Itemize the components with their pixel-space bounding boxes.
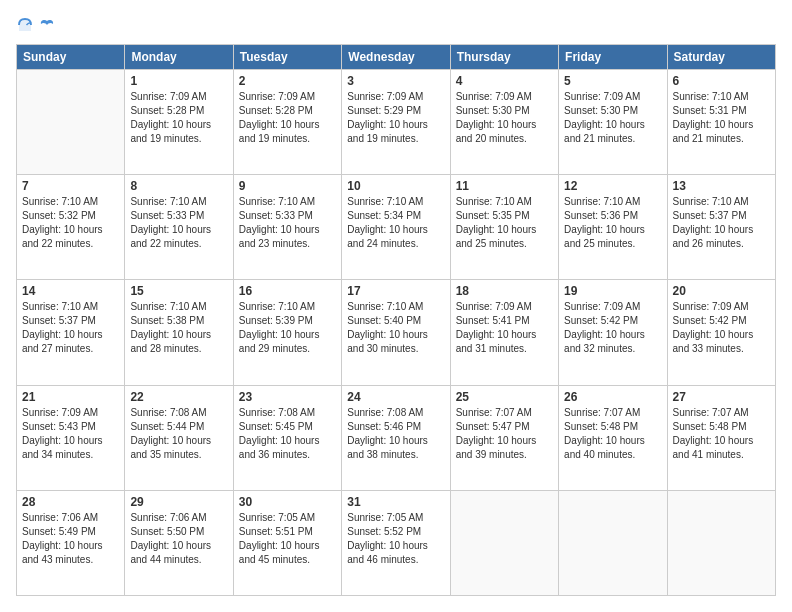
weekday-thursday: Thursday bbox=[450, 45, 558, 70]
day-info: Sunrise: 7:09 AM Sunset: 5:30 PM Dayligh… bbox=[564, 90, 661, 146]
sunset-label: Sunset: 5:28 PM bbox=[239, 105, 313, 116]
daylight-label: Daylight: 10 hours and 43 minutes. bbox=[22, 540, 103, 565]
day-number: 5 bbox=[564, 74, 661, 88]
sunrise-label: Sunrise: 7:06 AM bbox=[130, 512, 206, 523]
day-number: 13 bbox=[673, 179, 770, 193]
daylight-label: Daylight: 10 hours and 21 minutes. bbox=[673, 119, 754, 144]
sunrise-label: Sunrise: 7:08 AM bbox=[130, 407, 206, 418]
sunrise-label: Sunrise: 7:05 AM bbox=[239, 512, 315, 523]
day-number: 25 bbox=[456, 390, 553, 404]
weekday-friday: Friday bbox=[559, 45, 667, 70]
sunrise-label: Sunrise: 7:09 AM bbox=[564, 91, 640, 102]
sunset-label: Sunset: 5:43 PM bbox=[22, 421, 96, 432]
sunrise-label: Sunrise: 7:07 AM bbox=[673, 407, 749, 418]
sunset-label: Sunset: 5:30 PM bbox=[564, 105, 638, 116]
sunset-label: Sunset: 5:37 PM bbox=[22, 315, 96, 326]
daylight-label: Daylight: 10 hours and 38 minutes. bbox=[347, 435, 428, 460]
day-info: Sunrise: 7:09 AM Sunset: 5:30 PM Dayligh… bbox=[456, 90, 553, 146]
day-number: 9 bbox=[239, 179, 336, 193]
day-info: Sunrise: 7:10 AM Sunset: 5:31 PM Dayligh… bbox=[673, 90, 770, 146]
sunrise-label: Sunrise: 7:10 AM bbox=[22, 196, 98, 207]
day-number: 20 bbox=[673, 284, 770, 298]
day-info: Sunrise: 7:09 AM Sunset: 5:41 PM Dayligh… bbox=[456, 300, 553, 356]
day-cell: 4 Sunrise: 7:09 AM Sunset: 5:30 PM Dayli… bbox=[450, 70, 558, 175]
sunrise-label: Sunrise: 7:09 AM bbox=[130, 91, 206, 102]
weekday-saturday: Saturday bbox=[667, 45, 775, 70]
day-number: 4 bbox=[456, 74, 553, 88]
sunset-label: Sunset: 5:52 PM bbox=[347, 526, 421, 537]
sunrise-label: Sunrise: 7:06 AM bbox=[22, 512, 98, 523]
sunrise-label: Sunrise: 7:09 AM bbox=[564, 301, 640, 312]
day-cell: 2 Sunrise: 7:09 AM Sunset: 5:28 PM Dayli… bbox=[233, 70, 341, 175]
daylight-label: Daylight: 10 hours and 25 minutes. bbox=[564, 224, 645, 249]
day-info: Sunrise: 7:10 AM Sunset: 5:33 PM Dayligh… bbox=[130, 195, 227, 251]
sunrise-label: Sunrise: 7:07 AM bbox=[564, 407, 640, 418]
day-info: Sunrise: 7:08 AM Sunset: 5:45 PM Dayligh… bbox=[239, 406, 336, 462]
daylight-label: Daylight: 10 hours and 32 minutes. bbox=[564, 329, 645, 354]
sunrise-label: Sunrise: 7:10 AM bbox=[239, 301, 315, 312]
day-cell: 20 Sunrise: 7:09 AM Sunset: 5:42 PM Dayl… bbox=[667, 280, 775, 385]
daylight-label: Daylight: 10 hours and 46 minutes. bbox=[347, 540, 428, 565]
daylight-label: Daylight: 10 hours and 40 minutes. bbox=[564, 435, 645, 460]
day-info: Sunrise: 7:07 AM Sunset: 5:48 PM Dayligh… bbox=[673, 406, 770, 462]
day-cell: 28 Sunrise: 7:06 AM Sunset: 5:49 PM Dayl… bbox=[17, 490, 125, 595]
sunrise-label: Sunrise: 7:10 AM bbox=[239, 196, 315, 207]
day-info: Sunrise: 7:06 AM Sunset: 5:50 PM Dayligh… bbox=[130, 511, 227, 567]
day-info: Sunrise: 7:10 AM Sunset: 5:39 PM Dayligh… bbox=[239, 300, 336, 356]
sunrise-label: Sunrise: 7:09 AM bbox=[456, 301, 532, 312]
day-cell: 30 Sunrise: 7:05 AM Sunset: 5:51 PM Dayl… bbox=[233, 490, 341, 595]
day-cell: 27 Sunrise: 7:07 AM Sunset: 5:48 PM Dayl… bbox=[667, 385, 775, 490]
sunset-label: Sunset: 5:42 PM bbox=[564, 315, 638, 326]
daylight-label: Daylight: 10 hours and 26 minutes. bbox=[673, 224, 754, 249]
day-number: 6 bbox=[673, 74, 770, 88]
daylight-label: Daylight: 10 hours and 34 minutes. bbox=[22, 435, 103, 460]
sunset-label: Sunset: 5:42 PM bbox=[673, 315, 747, 326]
day-cell: 25 Sunrise: 7:07 AM Sunset: 5:47 PM Dayl… bbox=[450, 385, 558, 490]
day-number: 16 bbox=[239, 284, 336, 298]
calendar-table: SundayMondayTuesdayWednesdayThursdayFrid… bbox=[16, 44, 776, 596]
day-number: 18 bbox=[456, 284, 553, 298]
day-info: Sunrise: 7:09 AM Sunset: 5:42 PM Dayligh… bbox=[673, 300, 770, 356]
daylight-label: Daylight: 10 hours and 19 minutes. bbox=[130, 119, 211, 144]
sunset-label: Sunset: 5:51 PM bbox=[239, 526, 313, 537]
day-cell: 3 Sunrise: 7:09 AM Sunset: 5:29 PM Dayli… bbox=[342, 70, 450, 175]
sunset-label: Sunset: 5:45 PM bbox=[239, 421, 313, 432]
day-info: Sunrise: 7:09 AM Sunset: 5:42 PM Dayligh… bbox=[564, 300, 661, 356]
day-cell: 8 Sunrise: 7:10 AM Sunset: 5:33 PM Dayli… bbox=[125, 175, 233, 280]
sunset-label: Sunset: 5:37 PM bbox=[673, 210, 747, 221]
daylight-label: Daylight: 10 hours and 35 minutes. bbox=[130, 435, 211, 460]
sunset-label: Sunset: 5:38 PM bbox=[130, 315, 204, 326]
day-cell: 9 Sunrise: 7:10 AM Sunset: 5:33 PM Dayli… bbox=[233, 175, 341, 280]
day-info: Sunrise: 7:05 AM Sunset: 5:51 PM Dayligh… bbox=[239, 511, 336, 567]
day-cell: 10 Sunrise: 7:10 AM Sunset: 5:34 PM Dayl… bbox=[342, 175, 450, 280]
day-info: Sunrise: 7:07 AM Sunset: 5:48 PM Dayligh… bbox=[564, 406, 661, 462]
sunrise-label: Sunrise: 7:10 AM bbox=[22, 301, 98, 312]
day-number: 21 bbox=[22, 390, 119, 404]
sunrise-label: Sunrise: 7:10 AM bbox=[564, 196, 640, 207]
daylight-label: Daylight: 10 hours and 44 minutes. bbox=[130, 540, 211, 565]
sunrise-label: Sunrise: 7:09 AM bbox=[22, 407, 98, 418]
weekday-sunday: Sunday bbox=[17, 45, 125, 70]
day-cell: 6 Sunrise: 7:10 AM Sunset: 5:31 PM Dayli… bbox=[667, 70, 775, 175]
logo bbox=[16, 16, 56, 34]
daylight-label: Daylight: 10 hours and 31 minutes. bbox=[456, 329, 537, 354]
sunset-label: Sunset: 5:33 PM bbox=[130, 210, 204, 221]
sunset-label: Sunset: 5:39 PM bbox=[239, 315, 313, 326]
logo-icon bbox=[16, 16, 34, 34]
sunset-label: Sunset: 5:41 PM bbox=[456, 315, 530, 326]
day-number: 7 bbox=[22, 179, 119, 193]
sunrise-label: Sunrise: 7:05 AM bbox=[347, 512, 423, 523]
day-cell: 22 Sunrise: 7:08 AM Sunset: 5:44 PM Dayl… bbox=[125, 385, 233, 490]
day-info: Sunrise: 7:10 AM Sunset: 5:40 PM Dayligh… bbox=[347, 300, 444, 356]
day-info: Sunrise: 7:10 AM Sunset: 5:37 PM Dayligh… bbox=[673, 195, 770, 251]
day-number: 19 bbox=[564, 284, 661, 298]
day-number: 26 bbox=[564, 390, 661, 404]
weekday-tuesday: Tuesday bbox=[233, 45, 341, 70]
week-row-4: 28 Sunrise: 7:06 AM Sunset: 5:49 PM Dayl… bbox=[17, 490, 776, 595]
day-cell: 19 Sunrise: 7:09 AM Sunset: 5:42 PM Dayl… bbox=[559, 280, 667, 385]
day-number: 2 bbox=[239, 74, 336, 88]
day-info: Sunrise: 7:09 AM Sunset: 5:28 PM Dayligh… bbox=[130, 90, 227, 146]
sunset-label: Sunset: 5:44 PM bbox=[130, 421, 204, 432]
sunrise-label: Sunrise: 7:08 AM bbox=[347, 407, 423, 418]
daylight-label: Daylight: 10 hours and 30 minutes. bbox=[347, 329, 428, 354]
